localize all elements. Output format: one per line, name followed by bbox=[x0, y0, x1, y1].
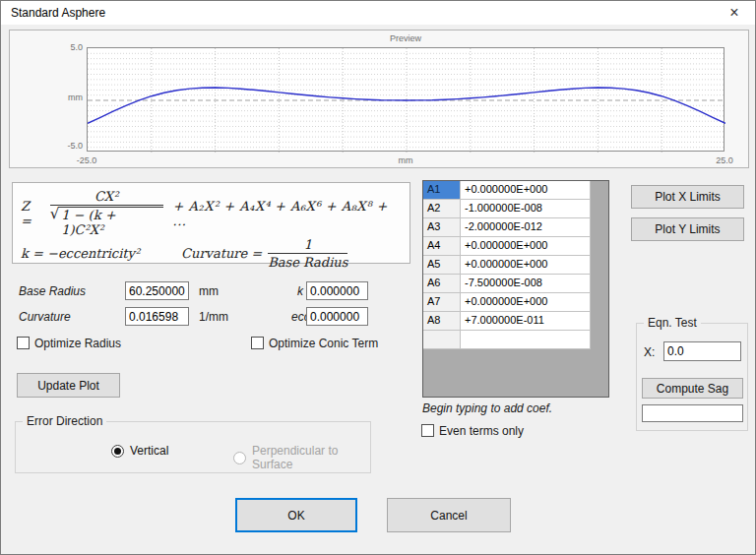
coefficient-table-body: A1+0.000000E+000A2-1.000000E-008A3-2.000… bbox=[423, 181, 608, 349]
window-title: Standard Asphere bbox=[11, 1, 105, 25]
radio-perpendicular-label: Perpendicular to Surface bbox=[252, 444, 370, 471]
sag-fraction: CX² √ 1 − (k + 1)C²X² bbox=[50, 189, 163, 237]
error-direction-group: Error Direction Vertical Perpendicular t… bbox=[15, 421, 371, 473]
even-terms-label: Even terms only bbox=[439, 424, 524, 438]
preview-panel: Preview 5.0 mm -5.0 -25.0 mm 25.0 bbox=[9, 30, 749, 168]
coefficient-name-cell[interactable]: A1 bbox=[423, 181, 461, 200]
coefficient-row[interactable]: A6-7.500000E-008 bbox=[423, 275, 608, 293]
fraction-numerator: CX² bbox=[50, 189, 163, 206]
k-label: k bbox=[297, 284, 303, 298]
preview-plot bbox=[87, 47, 724, 152]
update-plot-button[interactable]: Update Plot bbox=[17, 373, 120, 398]
curvature-definition-lhs: Curvature = bbox=[181, 246, 262, 261]
coefficient-value-cell[interactable]: -1.000000E-008 bbox=[461, 200, 591, 218]
formula-box: Z = CX² √ 1 − (k + 1)C²X² + A₂X² + A₄X⁴ … bbox=[12, 182, 410, 264]
equation-lhs: Z = bbox=[21, 199, 44, 228]
coefficient-row[interactable]: A3-2.000000E-012 bbox=[423, 218, 608, 237]
coefficient-value-cell[interactable]: +0.000000E+000 bbox=[461, 293, 591, 312]
optimize-conic-label: Optimize Conic Term bbox=[269, 337, 378, 350]
radio-vertical-label: Vertical bbox=[130, 444, 168, 458]
ecc-input[interactable] bbox=[306, 307, 368, 326]
eqn-test-x-label: X: bbox=[644, 345, 655, 359]
definitions-equation: k = −eccentricity² Curvature = 1 Base Ra… bbox=[21, 237, 402, 270]
base-radius-unit: mm bbox=[199, 284, 219, 298]
curvature-numerator: 1 bbox=[268, 237, 347, 254]
coefficient-row[interactable]: A7+0.000000E+000 bbox=[423, 293, 608, 312]
radio-vertical[interactable]: Vertical bbox=[111, 444, 168, 458]
standard-asphere-dialog: Standard Asphere × Preview 5.0 mm -5.0 -… bbox=[0, 0, 756, 555]
coefficient-value-cell[interactable]: -7.500000E-008 bbox=[461, 275, 591, 293]
sqrt-radicand: 1 − (k + 1)C²X² bbox=[58, 207, 162, 237]
coefficient-value-cell[interactable]: +0.000000E+000 bbox=[461, 256, 591, 275]
even-terms-checkbox[interactable] bbox=[421, 424, 434, 437]
k-input[interactable] bbox=[306, 281, 368, 300]
coefficient-name-cell[interactable]: A4 bbox=[423, 237, 461, 256]
coefficient-value-cell[interactable]: +0.000000E+000 bbox=[461, 181, 591, 200]
coefficient-name-cell[interactable]: A3 bbox=[423, 218, 461, 237]
x-axis-label: mm bbox=[287, 155, 524, 165]
coefficient-name-cell[interactable] bbox=[423, 331, 461, 349]
ok-button[interactable]: OK bbox=[235, 498, 357, 532]
eqn-test-x-input[interactable] bbox=[663, 341, 741, 361]
base-radius-label: Base Radius bbox=[19, 284, 86, 298]
curvature-input[interactable] bbox=[125, 307, 189, 326]
coefficient-hint: Begin typing to add coef. bbox=[422, 401, 552, 415]
coefficient-value-cell[interactable]: +0.000000E+000 bbox=[461, 237, 591, 256]
coefficient-name-cell[interactable]: A7 bbox=[423, 293, 461, 312]
base-radius-input[interactable] bbox=[125, 281, 189, 300]
coefficient-name-cell[interactable]: A6 bbox=[423, 275, 461, 293]
curvature-fraction: 1 Base Radius bbox=[268, 237, 347, 270]
y-tick-max: 5.0 bbox=[49, 42, 83, 52]
optimize-conic-checkbox[interactable] bbox=[251, 337, 264, 349]
optimize-radius-label: Optimize Radius bbox=[34, 337, 121, 350]
close-icon[interactable]: × bbox=[718, 1, 751, 25]
title-bar: Standard Asphere × bbox=[1, 1, 755, 25]
radio-perpendicular[interactable]: Perpendicular to Surface bbox=[233, 444, 370, 471]
coefficient-value-cell[interactable]: +7.000000E-011 bbox=[461, 312, 591, 331]
preview-plot-svg bbox=[88, 48, 725, 153]
coefficient-value-cell[interactable] bbox=[461, 331, 591, 349]
sag-equation: Z = CX² √ 1 − (k + 1)C²X² + A₂X² + A₄X⁴ … bbox=[21, 189, 402, 237]
coefficient-row[interactable]: A8+7.000000E-011 bbox=[423, 312, 608, 331]
compute-sag-button[interactable]: Compute Sag bbox=[642, 378, 743, 399]
polynomial-terms: + A₂X² + A₄X⁴ + A₆X⁶ + A₈X⁸ + ... bbox=[173, 199, 402, 228]
coefficient-name-cell[interactable]: A5 bbox=[423, 256, 461, 275]
coefficient-table[interactable]: A1+0.000000E+000A2-1.000000E-008A3-2.000… bbox=[422, 180, 609, 398]
radio-vertical-circle bbox=[111, 445, 124, 458]
error-direction-title: Error Direction bbox=[23, 414, 106, 428]
coefficient-name-cell[interactable]: A2 bbox=[423, 200, 461, 218]
eqn-test-title: Eqn. Test bbox=[644, 316, 701, 330]
coefficient-row[interactable]: A2-1.000000E-008 bbox=[423, 200, 608, 218]
curvature-denominator: Base Radius bbox=[268, 254, 347, 270]
optimize-radius-checkbox[interactable] bbox=[17, 337, 30, 349]
x-tick-min: -25.0 bbox=[67, 155, 106, 165]
curvature-unit: 1/mm bbox=[199, 310, 228, 324]
plot-x-limits-button[interactable]: Plot X Limits bbox=[631, 185, 744, 209]
radio-perpendicular-circle bbox=[233, 452, 246, 464]
plot-y-limits-button[interactable]: Plot Y Limits bbox=[631, 217, 744, 241]
coefficient-name-cell[interactable]: A8 bbox=[423, 312, 461, 331]
cancel-button[interactable]: Cancel bbox=[387, 498, 511, 532]
eqn-test-group: Eqn. Test X: Compute Sag bbox=[636, 323, 748, 431]
coefficient-row[interactable] bbox=[423, 331, 608, 349]
sag-result-field bbox=[642, 404, 743, 422]
curvature-label: Curvature bbox=[19, 310, 71, 324]
coefficient-row[interactable]: A5+0.000000E+000 bbox=[423, 256, 608, 275]
k-definition: k = −eccentricity² bbox=[21, 246, 140, 261]
coefficient-row[interactable]: A4+0.000000E+000 bbox=[423, 237, 608, 256]
coefficient-row[interactable]: A1+0.000000E+000 bbox=[423, 181, 608, 200]
preview-plot-title: Preview bbox=[87, 33, 724, 43]
y-axis-label: mm bbox=[49, 92, 83, 102]
x-tick-max: 25.0 bbox=[705, 155, 744, 165]
y-tick-min: -5.0 bbox=[49, 141, 83, 151]
coefficient-value-cell[interactable]: -2.000000E-012 bbox=[461, 218, 591, 237]
